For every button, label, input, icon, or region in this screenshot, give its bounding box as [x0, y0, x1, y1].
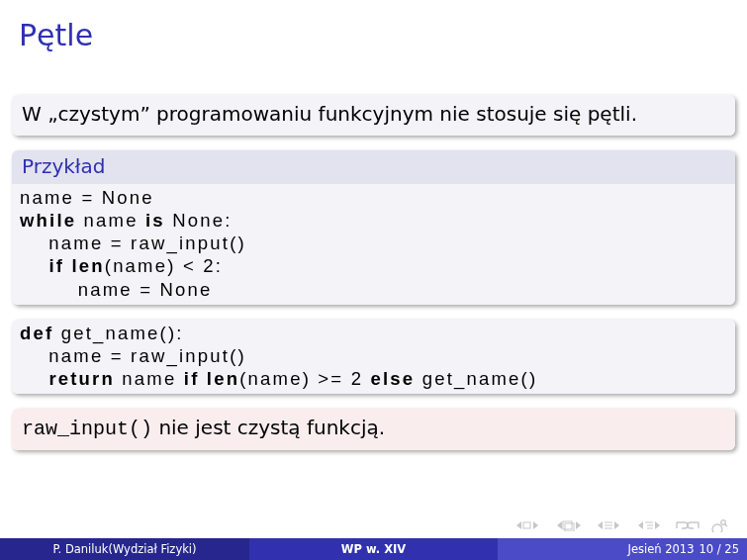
code-iterative: name = None while name is None: name = r…	[20, 186, 727, 301]
svg-line-18	[725, 524, 727, 526]
statement-block: W „czystym” programowaniu funkcyjnym nie…	[12, 95, 735, 136]
function-block: def get_name(): name = raw_input() retur…	[12, 320, 735, 394]
alert-rest: nie jest czystą funkcją.	[152, 416, 385, 439]
svg-marker-0	[516, 521, 521, 529]
svg-rect-5	[565, 523, 574, 531]
svg-marker-2	[533, 521, 538, 529]
tt-text: raw_input()	[22, 418, 152, 440]
statement-text: W „czystym” programowaniu funkcyjnym nie…	[12, 95, 735, 136]
slide-title: Pętle	[19, 18, 93, 52]
code-recursive: def get_name(): name = raw_input() retur…	[20, 322, 727, 390]
example-header: Przykład	[12, 150, 735, 184]
nav-section[interactable]	[592, 519, 625, 531]
svg-marker-12	[638, 521, 643, 529]
slide: Pętle W „czystym” programowaniu funkcyjn…	[0, 0, 747, 560]
svg-marker-11	[614, 521, 619, 529]
nav-slide[interactable]	[511, 519, 544, 531]
content-area: W „czystym” programowaniu funkcyjnym nie…	[12, 95, 735, 465]
alert-block: raw_input() nie jest czystą funkcją.	[12, 409, 735, 450]
nav-search-icon[interactable]	[709, 518, 729, 532]
svg-marker-16	[655, 521, 660, 529]
foot-right: Jesień 2013 10 / 25	[498, 538, 747, 560]
nav-frame[interactable]	[551, 519, 585, 531]
function-body: def get_name(): name = raw_input() retur…	[12, 320, 735, 394]
svg-marker-6	[576, 521, 581, 529]
svg-rect-1	[523, 522, 530, 528]
svg-marker-7	[598, 521, 603, 529]
footline: P. Daniluk(Wydział Fizyki) WP w. XIV Jes…	[0, 538, 747, 560]
beamer-nav	[505, 518, 729, 532]
alert-text: raw_input() nie jest czystą funkcją.	[12, 409, 735, 450]
example-block: Przykład name = None while name is None:…	[12, 150, 735, 305]
foot-title: WP w. XIV	[249, 538, 498, 560]
svg-marker-3	[557, 521, 562, 529]
svg-rect-4	[563, 521, 572, 529]
nav-back-forward[interactable]	[673, 519, 702, 531]
nav-subsection[interactable]	[632, 519, 666, 531]
svg-point-17	[721, 520, 726, 525]
foot-author: P. Daniluk(Wydział Fizyki)	[0, 538, 249, 560]
example-body: name = None while name is None: name = r…	[12, 184, 735, 305]
foot-date: Jesień 2013	[628, 538, 695, 560]
foot-page: 10 / 25	[700, 538, 739, 560]
